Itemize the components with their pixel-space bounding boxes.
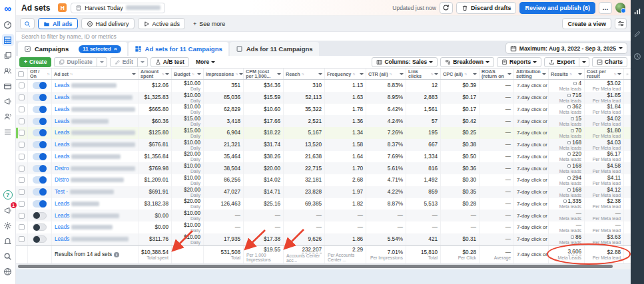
adset-toggle[interactable] [33, 200, 47, 208]
filter-chip-active-ads[interactable]: Active ads [138, 18, 186, 29]
edit-dropdown[interactable] [138, 57, 148, 67]
selected-count-pill[interactable]: 11 selected× [79, 45, 121, 53]
charts-button[interactable]: Charts [592, 57, 627, 67]
col-amount-spent[interactable]: Amount spent↑↓ [139, 69, 172, 79]
adset-toggle[interactable] [33, 106, 47, 113]
col-ctr[interactable]: CTR (all)↑↓ [366, 69, 406, 79]
adset-name-link[interactable]: Distro [55, 166, 69, 172]
help-icon[interactable]: ? [2, 189, 14, 201]
history-clock-icon[interactable] [631, 51, 643, 63]
col-purchase-roas[interactable]: Purchase ROAS (return on ad... [480, 69, 514, 79]
audiences-icon[interactable] [2, 65, 14, 76]
adset-toggle[interactable] [33, 188, 47, 196]
columns-button[interactable]: Columns: Sales [372, 57, 438, 67]
create-button[interactable]: +Create [19, 57, 51, 67]
filter-chip-all-ads[interactable]: All ads [38, 18, 78, 29]
col-frequency[interactable]: Frequency↑↓ [325, 69, 366, 79]
col-link-clicks[interactable]: Link clicks↑↓ [406, 69, 441, 79]
ads-reporting-icon[interactable] [2, 49, 14, 61]
duplicate-dropdown[interactable] [97, 57, 107, 67]
tab-ads[interactable]: Ads for 11 Campaigns [230, 42, 319, 56]
duplicate-button[interactable]: Duplicate [54, 57, 97, 67]
adset-name-link[interactable]: Test - [55, 189, 68, 195]
col-cpc[interactable]: CPC (all)↑↓ [441, 69, 480, 79]
row-checkbox[interactable] [19, 189, 25, 195]
see-more-filters[interactable]: +See more [188, 18, 230, 29]
meta-logo-icon[interactable]: ∞ [4, 3, 11, 13]
adset-name-link[interactable]: Leads [55, 213, 69, 219]
adset-name-link[interactable]: Leads [55, 130, 69, 136]
view-settings-button[interactable] [615, 18, 627, 29]
adset-name-link[interactable]: Leads [55, 154, 69, 160]
col-off-on[interactable]: Off / On↑↓ [28, 69, 52, 79]
all-tools-menu-icon[interactable] [2, 126, 14, 138]
col-cpm[interactable]: CPM (cost per 1,000... [244, 69, 284, 79]
adset-toggle[interactable] [33, 223, 47, 231]
campaigns-nav-icon[interactable] [2, 34, 14, 46]
adset-toggle[interactable] [33, 235, 47, 243]
export-button[interactable]: Export [544, 57, 579, 67]
settings-gear-icon[interactable] [2, 219, 14, 231]
adset-name-link[interactable]: Leads [55, 224, 69, 230]
tab-ad-sets[interactable]: Ad sets for 11 Campaigns [129, 42, 228, 56]
more-options-button[interactable]: … [599, 2, 612, 14]
discard-drafts-button[interactable]: Discard drafts [456, 2, 517, 14]
refresh-button[interactable] [440, 2, 453, 14]
performance-charts-icon[interactable] [631, 5, 643, 17]
row-checkbox[interactable] [19, 106, 25, 112]
row-checkbox[interactable] [19, 201, 25, 207]
account-avatar-badge[interactable]: H [58, 3, 67, 12]
adset-name-link[interactable]: Leads [55, 201, 69, 207]
tab-campaigns[interactable]: Campaigns 11 selected× [18, 42, 127, 56]
ab-test-button[interactable]: A/B test [151, 57, 189, 67]
announcements-icon[interactable]: 1 [2, 204, 14, 216]
search-filter-button[interactable] [20, 18, 35, 29]
table-search-input[interactable] [21, 33, 625, 40]
export-dropdown[interactable] [579, 57, 589, 67]
adset-name-link[interactable]: Distro [55, 177, 69, 183]
adset-toggle[interactable] [33, 129, 47, 136]
more-menu-button[interactable]: More [192, 57, 219, 67]
col-reach[interactable]: Reach↑↓ [284, 69, 325, 79]
adset-name-link[interactable]: Leads [55, 236, 69, 242]
date-range-picker[interactable]: Maximum: Aug 3, 2022 - Sep 3, 2025 [505, 43, 627, 54]
breakdown-button[interactable]: Breakdown [440, 57, 494, 67]
adset-toggle[interactable] [33, 94, 47, 101]
adset-name-link[interactable]: Leads [55, 106, 69, 112]
adset-toggle[interactable] [33, 118, 47, 125]
row-checkbox[interactable] [19, 82, 25, 88]
col-attribution[interactable]: Attribution setting [514, 69, 549, 79]
adset-toggle[interactable] [33, 176, 47, 184]
advertise-megaphone-icon[interactable] [2, 95, 14, 107]
filter-chip-had-delivery[interactable]: Had delivery [81, 18, 135, 29]
col-budget[interactable]: Budget↑↓ [172, 69, 204, 79]
row-checkbox[interactable] [19, 154, 25, 160]
col-cost-per-result[interactable]: Cost per result↑↓ [585, 69, 624, 79]
adset-name-link[interactable]: Leads [55, 82, 69, 88]
info-icon[interactable]: i [114, 252, 119, 257]
row-checkbox[interactable] [19, 213, 25, 219]
adset-toggle[interactable] [33, 165, 47, 172]
col-ad-set[interactable]: Ad set↑↓ [52, 69, 139, 79]
user-avatar[interactable] [615, 3, 625, 13]
row-checkbox[interactable] [19, 130, 25, 136]
row-checkbox[interactable] [19, 224, 25, 230]
adset-name-link[interactable]: Leads [55, 142, 69, 148]
scrollbar-thumb[interactable] [18, 265, 613, 268]
partners-icon[interactable] [2, 110, 14, 122]
adset-toggle[interactable] [33, 141, 47, 148]
create-view-button[interactable]: Create a view [562, 18, 611, 29]
updates-bell-icon[interactable] [2, 235, 14, 247]
account-selector[interactable]: Harvest Today [71, 3, 164, 13]
language-globe-icon[interactable] [2, 265, 14, 277]
reports-button[interactable]: Reports [497, 57, 541, 67]
billing-icon[interactable] [2, 80, 14, 92]
col-results[interactable]: Results↑↓ [549, 69, 585, 79]
row-checkbox[interactable] [19, 177, 25, 183]
edit-panel-icon[interactable] [631, 28, 643, 40]
adset-name-link[interactable]: Leads [55, 118, 69, 124]
row-checkbox[interactable] [19, 94, 25, 100]
row-checkbox[interactable] [19, 166, 25, 172]
adset-toggle[interactable] [33, 153, 47, 160]
select-all-checkbox[interactable] [18, 71, 24, 77]
